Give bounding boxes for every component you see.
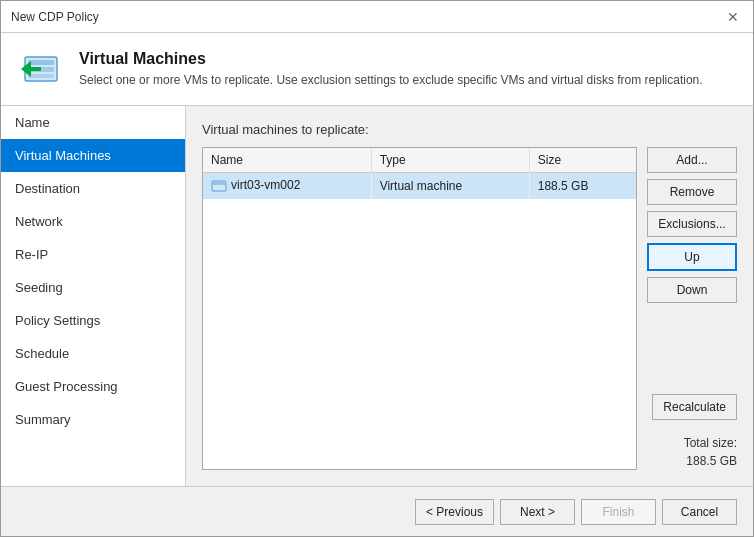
header-title: Virtual Machines bbox=[79, 50, 703, 68]
dialog-title: New CDP Policy bbox=[11, 10, 99, 24]
close-button[interactable]: ✕ bbox=[723, 7, 743, 27]
svg-rect-6 bbox=[213, 182, 225, 185]
header-subtitle: Select one or more VMs to replicate. Use… bbox=[79, 72, 703, 89]
previous-button[interactable]: < Previous bbox=[415, 499, 494, 525]
sidebar-item-seeding[interactable]: Seeding bbox=[1, 271, 185, 304]
sidebar-item-name[interactable]: Name bbox=[1, 106, 185, 139]
sidebar: NameVirtual MachinesDestinationNetworkRe… bbox=[1, 106, 186, 486]
header-icon bbox=[17, 45, 65, 93]
sidebar-item-network[interactable]: Network bbox=[1, 205, 185, 238]
header: Virtual Machines Select one or more VMs … bbox=[1, 33, 753, 106]
col-name: Name bbox=[203, 148, 371, 173]
section-label: Virtual machines to replicate: bbox=[202, 122, 737, 137]
up-button[interactable]: Up bbox=[647, 243, 737, 271]
header-text: Virtual Machines Select one or more VMs … bbox=[79, 50, 703, 89]
down-button[interactable]: Down bbox=[647, 277, 737, 303]
dialog: New CDP Policy ✕ Virtual Machines Select… bbox=[0, 0, 754, 537]
sidebar-item-guest-processing[interactable]: Guest Processing bbox=[1, 370, 185, 403]
svg-rect-1 bbox=[28, 60, 54, 65]
exclusions-button[interactable]: Exclusions... bbox=[647, 211, 737, 237]
sidebar-item-schedule[interactable]: Schedule bbox=[1, 337, 185, 370]
vm-table-wrap: Name Type Size virt03-vm002Virtual machi… bbox=[202, 147, 637, 470]
sidebar-item-destination[interactable]: Destination bbox=[1, 172, 185, 205]
total-size-label: Total size: bbox=[647, 434, 737, 452]
main-panel: Virtual machines to replicate: Name Type… bbox=[186, 106, 753, 486]
remove-button[interactable]: Remove bbox=[647, 179, 737, 205]
cancel-button[interactable]: Cancel bbox=[662, 499, 737, 525]
vm-type: Virtual machine bbox=[371, 173, 529, 200]
table-row[interactable]: virt03-vm002Virtual machine188.5 GB bbox=[203, 173, 636, 200]
sidebar-item-summary[interactable]: Summary bbox=[1, 403, 185, 436]
content: NameVirtual MachinesDestinationNetworkRe… bbox=[1, 106, 753, 486]
vm-table: Name Type Size virt03-vm002Virtual machi… bbox=[203, 148, 636, 199]
svg-rect-3 bbox=[28, 74, 54, 78]
col-type: Type bbox=[371, 148, 529, 173]
vm-table-container: Name Type Size virt03-vm002Virtual machi… bbox=[202, 147, 737, 470]
sidebar-item-re-ip[interactable]: Re-IP bbox=[1, 238, 185, 271]
col-size: Size bbox=[529, 148, 636, 173]
side-buttons: Add... Remove Exclusions... Up Down Reca… bbox=[647, 147, 737, 470]
title-bar: New CDP Policy ✕ bbox=[1, 1, 753, 33]
total-size: Total size: 188.5 GB bbox=[647, 434, 737, 470]
vm-name: virt03-vm002 bbox=[203, 173, 371, 200]
footer: < Previous Next > Finish Cancel bbox=[1, 486, 753, 536]
sidebar-item-policy-settings[interactable]: Policy Settings bbox=[1, 304, 185, 337]
sidebar-item-virtual-machines[interactable]: Virtual Machines bbox=[1, 139, 185, 172]
finish-button[interactable]: Finish bbox=[581, 499, 656, 525]
recalculate-button[interactable]: Recalculate bbox=[652, 394, 737, 420]
add-button[interactable]: Add... bbox=[647, 147, 737, 173]
next-button[interactable]: Next > bbox=[500, 499, 575, 525]
vm-size: 188.5 GB bbox=[529, 173, 636, 200]
total-size-value: 188.5 GB bbox=[647, 452, 737, 470]
